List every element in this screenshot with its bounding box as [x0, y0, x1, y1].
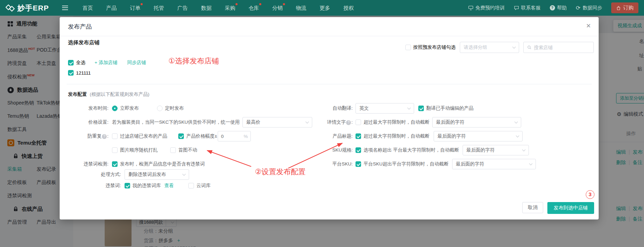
checkbox[interactable] — [170, 147, 176, 153]
publish-to-selected-shops-button[interactable]: 发布到选中店铺 — [547, 202, 594, 214]
chat-icon — [514, 5, 519, 10]
checkbox-checked[interactable] — [355, 147, 361, 153]
banned-words-label: 违禁词: — [68, 183, 121, 189]
checkbox[interactable] — [405, 45, 411, 50]
publish-product-modal: 发布产品 ✕ 选择发布店铺 按照预发布店铺勾选 请选择分组 全选 + 添加店铺 … — [60, 17, 599, 219]
shop-checkbox[interactable]: 121111 — [68, 70, 91, 76]
cancel-button[interactable]: 取消 — [522, 202, 543, 213]
config-section-note: (根据以下配置规则发布产品) — [90, 92, 149, 97]
platform-sku-truncate-select[interactable]: 最后面的字符 — [452, 159, 536, 169]
detail-truncate-checkbox[interactable]: 超过最大字符限制时，自动截断 — [355, 119, 429, 125]
banned-detect-checkbox[interactable]: 发布时，检测产品信息中是否含有违禁词 — [112, 161, 205, 167]
checkbox[interactable] — [112, 147, 118, 153]
sku-truncate-checkbox[interactable]: 选项名称超出 平台最大字符限制时，自动截断 — [355, 147, 459, 153]
menu-icon[interactable] — [62, 6, 68, 10]
data-sync-link[interactable]: ⟳ 数据同步 — [576, 5, 602, 11]
sku-spec-label: SKU规格: — [311, 147, 353, 153]
percent-unit: % — [244, 134, 248, 139]
search-icon — [527, 45, 531, 50]
app-logo: 妙手ERP — [0, 3, 52, 13]
bag-icon — [616, 6, 621, 10]
help-icon — [550, 5, 555, 10]
detail-truncate-select[interactable]: 最后面的字符 — [432, 117, 521, 128]
nav-hosting[interactable]: 托管 — [147, 0, 171, 16]
radio-publish-now[interactable]: 立即发布 — [112, 105, 139, 111]
price-range-checkbox[interactable]: 产品价格幅度± — [178, 133, 217, 139]
chevron-down-icon — [516, 134, 519, 138]
group-select[interactable]: 请选择分组 — [460, 42, 519, 53]
keep-first-image-checkbox[interactable]: 首图不动 — [170, 147, 197, 153]
image-options-row: 图片顺序随机打乱 首图不动 — [68, 145, 312, 155]
product-title-row: 产品标题: 超过最大字符限制时，自动截断 最后面的字符 — [311, 131, 594, 141]
translate-language-select[interactable]: 英文 — [355, 103, 414, 114]
sku-truncate-select[interactable]: 最后面的字符 — [463, 145, 529, 155]
brand-name: 妙手ERP — [17, 3, 49, 13]
help-link[interactable]: 帮助 — [550, 5, 567, 11]
translate-edited-checkbox[interactable]: 翻译已手动编辑的产品 — [418, 105, 473, 111]
config-section-title: 发布配置 (根据以下配置规则发布产品) — [68, 91, 149, 98]
order-button[interactable]: 订购 — [611, 2, 638, 13]
select-all-checkbox[interactable]: 全选 — [68, 60, 85, 66]
nav-data[interactable]: 数据 — [194, 0, 218, 16]
shop-search-input[interactable] — [534, 45, 590, 50]
checkbox-checked[interactable] — [68, 60, 74, 65]
divider — [67, 84, 592, 84]
free-training-link[interactable]: 免费预约培训 — [468, 5, 505, 11]
chevron-down-icon — [407, 106, 411, 110]
config-left-column: 发布时间: 立即发布 定时发布 价格设置: 若为服装类目，当同一SKC下的SKU… — [68, 103, 312, 194]
presentation-icon — [468, 5, 473, 10]
nav-warehouse[interactable]: 仓库 — [242, 0, 265, 16]
shuffle-images-checkbox[interactable]: 图片顺序随机打乱 — [112, 147, 158, 153]
price-strategy-select[interactable]: 最高价 — [242, 117, 312, 128]
product-title-label: 产品标题: — [311, 133, 353, 139]
notification-dot — [141, 3, 143, 5]
checkbox-checked[interactable] — [178, 133, 184, 139]
nav-distribution[interactable]: 分销 — [265, 0, 289, 16]
title-truncate-checkbox[interactable]: 超过最大字符限制时，自动截断 — [355, 133, 429, 139]
checkbox[interactable] — [112, 133, 118, 139]
contact-support-link[interactable]: 联系客服 — [514, 5, 541, 11]
shop-filter-controls: 按照预发布店铺勾选 请选择分组 — [405, 42, 594, 53]
platform-sku-truncate-checkbox[interactable]: 平台SKU超出平台字符限制时，自动截断 — [355, 161, 449, 167]
shop-row: 121111 — [68, 70, 91, 77]
close-icon[interactable]: ✕ — [586, 23, 591, 29]
nav-purchase[interactable]: 采购 — [218, 0, 242, 16]
nav-authorization[interactable]: 授权 — [337, 0, 360, 16]
help-icon[interactable] — [102, 134, 107, 139]
checkbox-checked[interactable] — [418, 106, 424, 111]
auto-translate-row: 自动翻译: 英文 翻译已手动编辑的产品 — [311, 103, 594, 114]
nav-product[interactable]: 产品 — [99, 0, 123, 16]
checkbox-checked[interactable] — [355, 133, 361, 139]
nav-ads[interactable]: 广告 — [171, 0, 194, 16]
nav-home[interactable]: 首页 — [76, 0, 99, 16]
checkbox-checked[interactable] — [112, 161, 118, 167]
add-shop-link[interactable]: + 添加店铺 — [95, 60, 118, 66]
price-setting-row: 价格设置: 若为服装类目，当同一SKC下的SKU供货价不同时，统一使用 最高价 — [68, 117, 312, 128]
annotation-step3: 3 — [586, 190, 594, 199]
topbar-right: 免费预约培训 联系客服 帮助 ⟳ 数据同步 订购 — [468, 2, 644, 13]
filter-published-checkbox[interactable]: 过滤店铺已发布的产品 — [112, 133, 167, 139]
help-icon[interactable] — [346, 120, 351, 125]
checkbox-checked[interactable] — [68, 70, 74, 76]
cloud-lib-checkbox[interactable]: 云词库 — [188, 183, 211, 189]
checkbox-checked[interactable] — [125, 183, 130, 188]
view-banned-lib-link[interactable]: 查看 — [164, 183, 174, 189]
nav-more[interactable]: 更多 — [313, 0, 337, 16]
price-range-input[interactable] — [221, 134, 242, 139]
shop-search-box[interactable] — [523, 42, 594, 53]
sync-shop-link[interactable]: 同步店铺 — [127, 60, 146, 66]
my-banned-lib-checkbox[interactable]: 我的违禁词库 — [125, 183, 161, 189]
radio-selected[interactable] — [112, 106, 118, 111]
pre-publish-checkbox[interactable]: 按照预发布店铺勾选 — [405, 44, 456, 51]
annotation-step1: ①选择发布店铺 — [169, 56, 219, 66]
title-truncate-select[interactable]: 最后面的字符 — [434, 131, 523, 141]
handle-method-select[interactable]: 删除违禁词后发布 — [125, 169, 189, 180]
handle-method-label: 处理方式: — [68, 171, 121, 178]
nav-order[interactable]: 订单 — [123, 0, 147, 16]
checkbox-checked[interactable] — [355, 161, 361, 167]
nav-logistics[interactable]: 物流 — [289, 0, 313, 16]
radio-unselected[interactable] — [157, 106, 163, 111]
radio-publish-scheduled[interactable]: 定时发布 — [157, 105, 184, 111]
checkbox[interactable] — [188, 183, 194, 188]
checkbox[interactable] — [355, 119, 361, 125]
